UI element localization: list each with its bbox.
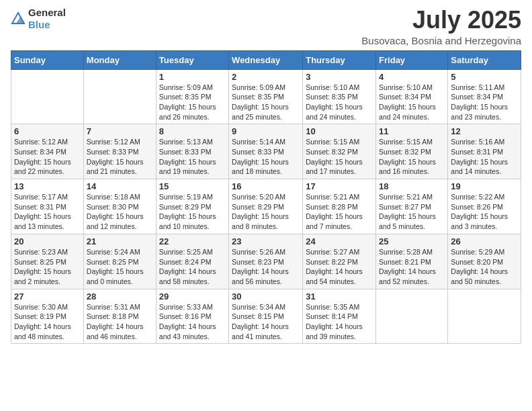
day-number: 19	[451, 181, 518, 191]
day-number: 28	[87, 291, 153, 302]
day-info: Sunrise: 5:31 AM Sunset: 8:18 PM Dayligh…	[87, 302, 153, 342]
col-monday: Monday	[83, 50, 156, 69]
table-row: 14Sunrise: 5:18 AM Sunset: 8:30 PM Dayli…	[83, 179, 156, 234]
day-number: 2	[232, 72, 300, 82]
day-info: Sunrise: 5:30 AM Sunset: 8:19 PM Dayligh…	[14, 302, 81, 342]
day-info: Sunrise: 5:27 AM Sunset: 8:22 PM Dayligh…	[306, 247, 373, 287]
day-info: Sunrise: 5:13 AM Sunset: 8:33 PM Dayligh…	[159, 137, 226, 177]
table-row: 25Sunrise: 5:28 AM Sunset: 8:21 PM Dayli…	[376, 234, 448, 289]
title-block: July 2025 Busovaca, Bosnia and Herzegovi…	[361, 7, 521, 46]
day-number: 18	[379, 181, 445, 191]
day-number: 22	[159, 236, 226, 246]
table-row: 18Sunrise: 5:21 AM Sunset: 8:27 PM Dayli…	[376, 179, 448, 234]
day-number: 31	[306, 291, 373, 302]
day-info: Sunrise: 5:34 AM Sunset: 8:15 PM Dayligh…	[232, 302, 300, 342]
day-number: 27	[14, 291, 81, 302]
calendar-week-row: 1Sunrise: 5:09 AM Sunset: 8:35 PM Daylig…	[11, 69, 521, 124]
col-thursday: Thursday	[303, 50, 376, 69]
col-sunday: Sunday	[11, 50, 84, 69]
day-info: Sunrise: 5:18 AM Sunset: 8:30 PM Dayligh…	[87, 192, 153, 232]
day-info: Sunrise: 5:24 AM Sunset: 8:25 PM Dayligh…	[87, 247, 153, 287]
table-row: 23Sunrise: 5:26 AM Sunset: 8:23 PM Dayli…	[229, 234, 303, 289]
day-info: Sunrise: 5:25 AM Sunset: 8:24 PM Dayligh…	[159, 247, 226, 287]
day-number: 24	[306, 236, 373, 246]
table-row: 5Sunrise: 5:11 AM Sunset: 8:34 PM Daylig…	[448, 69, 521, 124]
day-info: Sunrise: 5:28 AM Sunset: 8:21 PM Dayligh…	[379, 247, 445, 287]
day-info: Sunrise: 5:14 AM Sunset: 8:33 PM Dayligh…	[232, 137, 300, 177]
header: General Blue July 2025 Busovaca, Bosnia …	[11, 7, 521, 46]
day-number: 15	[159, 181, 226, 191]
table-row: 22Sunrise: 5:25 AM Sunset: 8:24 PM Dayli…	[156, 234, 228, 289]
logo: General Blue	[11, 7, 66, 31]
table-row: 11Sunrise: 5:15 AM Sunset: 8:32 PM Dayli…	[376, 124, 448, 179]
day-info: Sunrise: 5:09 AM Sunset: 8:35 PM Dayligh…	[159, 83, 226, 122]
day-info: Sunrise: 5:20 AM Sunset: 8:29 PM Dayligh…	[232, 192, 300, 232]
table-row: 29Sunrise: 5:33 AM Sunset: 8:16 PM Dayli…	[156, 289, 228, 344]
calendar-week-row: 6Sunrise: 5:12 AM Sunset: 8:34 PM Daylig…	[11, 124, 521, 179]
table-row: 17Sunrise: 5:21 AM Sunset: 8:28 PM Dayli…	[303, 179, 376, 234]
day-number: 3	[306, 72, 373, 82]
day-number: 6	[14, 126, 81, 136]
table-row	[11, 69, 84, 124]
day-number: 16	[232, 181, 300, 191]
day-number: 17	[306, 181, 373, 191]
day-info: Sunrise: 5:17 AM Sunset: 8:31 PM Dayligh…	[14, 192, 81, 232]
month-title: July 2025	[361, 7, 521, 34]
calendar-header-row: Sunday Monday Tuesday Wednesday Thursday…	[11, 50, 521, 69]
day-number: 4	[379, 72, 445, 82]
table-row: 31Sunrise: 5:35 AM Sunset: 8:14 PM Dayli…	[303, 289, 376, 344]
day-info: Sunrise: 5:26 AM Sunset: 8:23 PM Dayligh…	[232, 247, 300, 287]
table-row: 20Sunrise: 5:23 AM Sunset: 8:25 PM Dayli…	[11, 234, 84, 289]
table-row: 2Sunrise: 5:09 AM Sunset: 8:35 PM Daylig…	[229, 69, 303, 124]
day-number: 20	[14, 236, 81, 246]
day-number: 8	[159, 126, 226, 136]
calendar-week-row: 20Sunrise: 5:23 AM Sunset: 8:25 PM Dayli…	[11, 234, 521, 289]
day-info: Sunrise: 5:12 AM Sunset: 8:34 PM Dayligh…	[14, 137, 81, 177]
table-row: 28Sunrise: 5:31 AM Sunset: 8:18 PM Dayli…	[83, 289, 156, 344]
day-info: Sunrise: 5:09 AM Sunset: 8:35 PM Dayligh…	[232, 83, 300, 122]
table-row: 8Sunrise: 5:13 AM Sunset: 8:33 PM Daylig…	[156, 124, 228, 179]
day-number: 7	[87, 126, 153, 136]
day-info: Sunrise: 5:22 AM Sunset: 8:26 PM Dayligh…	[451, 192, 518, 232]
day-number: 5	[451, 72, 518, 82]
day-info: Sunrise: 5:11 AM Sunset: 8:34 PM Dayligh…	[451, 83, 518, 122]
day-info: Sunrise: 5:12 AM Sunset: 8:33 PM Dayligh…	[87, 137, 153, 177]
logo-blue: Blue	[28, 19, 50, 30]
day-info: Sunrise: 5:23 AM Sunset: 8:25 PM Dayligh…	[14, 247, 81, 287]
table-row: 16Sunrise: 5:20 AM Sunset: 8:29 PM Dayli…	[229, 179, 303, 234]
table-row: 30Sunrise: 5:34 AM Sunset: 8:15 PM Dayli…	[229, 289, 303, 344]
col-wednesday: Wednesday	[229, 50, 303, 69]
table-row: 1Sunrise: 5:09 AM Sunset: 8:35 PM Daylig…	[156, 69, 228, 124]
day-info: Sunrise: 5:29 AM Sunset: 8:20 PM Dayligh…	[451, 247, 518, 287]
day-info: Sunrise: 5:10 AM Sunset: 8:35 PM Dayligh…	[306, 83, 373, 122]
table-row: 10Sunrise: 5:15 AM Sunset: 8:32 PM Dayli…	[303, 124, 376, 179]
location-title: Busovaca, Bosnia and Herzegovina	[361, 35, 521, 46]
day-number: 12	[451, 126, 518, 136]
table-row	[376, 289, 448, 344]
logo-icon	[11, 11, 26, 26]
calendar-table: Sunday Monday Tuesday Wednesday Thursday…	[11, 50, 521, 345]
table-row: 27Sunrise: 5:30 AM Sunset: 8:19 PM Dayli…	[11, 289, 84, 344]
day-number: 1	[159, 72, 226, 82]
calendar-week-row: 13Sunrise: 5:17 AM Sunset: 8:31 PM Dayli…	[11, 179, 521, 234]
day-number: 14	[87, 181, 153, 191]
calendar-week-row: 27Sunrise: 5:30 AM Sunset: 8:19 PM Dayli…	[11, 289, 521, 344]
col-tuesday: Tuesday	[156, 50, 228, 69]
col-saturday: Saturday	[448, 50, 521, 69]
logo-text: General Blue	[28, 7, 66, 31]
table-row: 15Sunrise: 5:19 AM Sunset: 8:29 PM Dayli…	[156, 179, 228, 234]
day-info: Sunrise: 5:35 AM Sunset: 8:14 PM Dayligh…	[306, 302, 373, 342]
col-friday: Friday	[376, 50, 448, 69]
day-number: 25	[379, 236, 445, 246]
day-number: 10	[306, 126, 373, 136]
table-row: 7Sunrise: 5:12 AM Sunset: 8:33 PM Daylig…	[83, 124, 156, 179]
day-info: Sunrise: 5:15 AM Sunset: 8:32 PM Dayligh…	[306, 137, 373, 177]
day-info: Sunrise: 5:33 AM Sunset: 8:16 PM Dayligh…	[159, 302, 226, 342]
day-info: Sunrise: 5:10 AM Sunset: 8:34 PM Dayligh…	[379, 83, 445, 122]
page: General Blue July 2025 Busovaca, Bosnia …	[0, 0, 532, 411]
table-row: 3Sunrise: 5:10 AM Sunset: 8:35 PM Daylig…	[303, 69, 376, 124]
day-number: 21	[87, 236, 153, 246]
day-info: Sunrise: 5:16 AM Sunset: 8:31 PM Dayligh…	[451, 137, 518, 177]
day-info: Sunrise: 5:15 AM Sunset: 8:32 PM Dayligh…	[379, 137, 445, 177]
table-row: 12Sunrise: 5:16 AM Sunset: 8:31 PM Dayli…	[448, 124, 521, 179]
